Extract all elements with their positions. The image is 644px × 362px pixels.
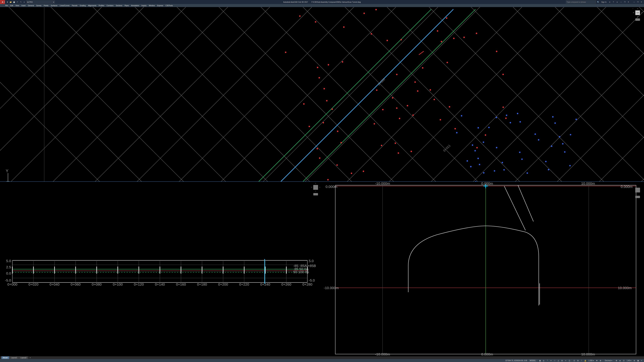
menu-surfaces[interactable]: Surfaces <box>50 5 58 7</box>
tab-model[interactable]: Model <box>1 356 9 359</box>
annotation-monitor-icon[interactable]: ⟟ <box>580 359 583 362</box>
menu-file[interactable]: File <box>4 5 9 7</box>
otrack-toggle-icon[interactable]: ∠ <box>557 359 560 362</box>
app-maximize-button[interactable]: ❐ <box>636 1 640 4</box>
menu-edit[interactable]: Edit <box>9 5 14 7</box>
svg-text:0+000: 0+000 <box>7 282 17 286</box>
viewcube-home-icon[interactable]: ⌂ <box>632 8 633 9</box>
quickprops-icon[interactable]: ⊡ <box>572 359 576 362</box>
hardware-accel-icon[interactable]: ⊡ <box>622 359 626 362</box>
svg-text:0+180: 0+180 <box>197 282 207 286</box>
help-dropdown-icon[interactable]: ▾ <box>616 1 618 4</box>
menu-linescurves[interactable]: Lines/Curves <box>58 5 71 7</box>
menu-corridors[interactable]: Corridors <box>106 5 115 7</box>
viewcube-face[interactable] <box>313 185 318 190</box>
viewcube-face[interactable]: TOP <box>635 11 640 15</box>
doc-maximize-button[interactable]: ❐ <box>623 1 626 4</box>
workspace-switch-icon[interactable]: ✿ <box>615 359 618 362</box>
search-input[interactable]: Type a keyword or phrase <box>566 1 596 4</box>
profile-viewport[interactable]: 0+0000+0200+0400+0600+0800+1000+1200+140… <box>0 182 322 356</box>
app-menu-button[interactable]: A <box>0 0 5 4</box>
autoscale-lock-icon[interactable]: 🔒 <box>584 359 587 362</box>
app-close-button[interactable]: ✕ <box>640 1 643 4</box>
menu-express[interactable]: Express <box>156 5 164 7</box>
osnap-toggle-icon[interactable]: □ <box>553 359 556 362</box>
menu-insert[interactable]: Insert <box>20 5 27 7</box>
viewcube-e[interactable]: E <box>320 187 320 188</box>
workspace-selector[interactable]: ✿ PKS ▾ <box>26 1 55 4</box>
doc-close-button[interactable]: ✕ <box>626 1 630 4</box>
menu-inquiry[interactable]: Inquiry <box>140 5 148 7</box>
menu-view[interactable]: View <box>14 5 20 7</box>
qat-undo-icon[interactable]: ↶ <box>16 1 19 3</box>
clean-screen-icon[interactable]: ▣ <box>636 359 640 362</box>
viewcube-n[interactable]: N <box>637 8 638 10</box>
plan-viewport[interactable]: 0+000 0+011 Y X ⌂ N S E W TOP <box>0 7 644 182</box>
viewcube-face[interactable] <box>635 188 640 193</box>
menu-sections[interactable]: Sections <box>115 5 123 7</box>
ortho-toggle-icon[interactable]: └ <box>546 359 549 362</box>
svg-point-56 <box>342 61 343 63</box>
qat-open-icon[interactable]: 📂 <box>9 1 12 3</box>
dyn-input-icon[interactable]: ⊞ <box>560 359 564 362</box>
menu-points[interactable]: Points <box>43 5 50 7</box>
viewcube-s[interactable]: S <box>637 16 638 18</box>
grid-toggle-icon[interactable]: ▦ <box>538 359 542 362</box>
sign-in-button[interactable]: Sign In <box>600 1 608 3</box>
snap-toggle-icon[interactable]: ◎ <box>542 359 545 362</box>
viewcube-n[interactable]: N <box>315 183 316 184</box>
menu-alignments[interactable]: Alignments <box>87 5 98 7</box>
svg-line-39 <box>281 9 454 182</box>
polar-toggle-icon[interactable]: ✶ <box>549 359 552 362</box>
viewcube-s[interactable]: S <box>315 191 316 192</box>
viewcube-profile[interactable]: N S E W <box>311 183 320 196</box>
svg-text:0+160: 0+160 <box>176 282 186 286</box>
viewcube-menu-icon[interactable] <box>635 196 640 198</box>
selection-cycling-icon[interactable]: ⊞ <box>576 359 580 362</box>
qat-dropdown-icon[interactable]: ▾ <box>23 1 26 3</box>
doc-minimize-button[interactable]: — <box>619 1 623 4</box>
menu-survey[interactable]: Survey <box>35 5 42 7</box>
annoscale-add-icon[interactable]: ✚ <box>595 359 598 362</box>
menu-profiles[interactable]: Profiles <box>98 5 106 7</box>
qat-redo-icon[interactable]: ↷ <box>20 1 22 3</box>
isolate-objects-icon[interactable]: ⊕ <box>632 359 636 362</box>
text-size-selector[interactable]: 1.40▾ <box>626 359 632 362</box>
tab-layout1[interactable]: Layout1 <box>9 356 19 359</box>
customize-icon[interactable]: ≡ <box>640 359 643 362</box>
menu-c3dtools[interactable]: C3DTools <box>164 5 174 7</box>
menu-annotation[interactable]: Annotation <box>130 5 140 7</box>
tab-layout2[interactable]: Layout2 <box>19 356 28 359</box>
menu-grading[interactable]: Grading <box>79 5 87 7</box>
lineweight-icon[interactable]: ≡ <box>564 359 567 362</box>
add-layout-button[interactable]: + <box>29 356 32 359</box>
viewcube-e[interactable]: E <box>642 12 642 14</box>
qat-new-icon[interactable]: ✚ <box>6 1 9 3</box>
menu-general[interactable]: General <box>27 5 35 7</box>
menu-window[interactable]: Window <box>148 5 156 7</box>
viewcube-section[interactable] <box>633 185 642 198</box>
search-go-icon[interactable]: 🔍 <box>597 1 600 4</box>
svg-point-88 <box>340 142 342 143</box>
svg-line-21 <box>301 7 566 182</box>
exchange-apps-icon[interactable]: ✕ <box>608 1 611 4</box>
menu-pipes[interactable]: Pipes <box>123 5 130 7</box>
isodraft-icon[interactable]: ◈ <box>618 359 622 362</box>
transparency-icon[interactable]: ◫ <box>568 359 571 362</box>
viewcube-menu-icon[interactable] <box>313 193 318 196</box>
menu-bar: File Edit View Insert General Survey Poi… <box>0 4 644 7</box>
menu-parcels[interactable]: Parcels <box>71 5 78 7</box>
units-selector[interactable]: Decimal▾ <box>604 359 613 362</box>
annoscale-gear-icon[interactable]: ✿ <box>599 359 602 362</box>
section-viewport[interactable]: 0.000m 0.000m -10.000m 10.000m -10.000m … <box>322 182 644 356</box>
viewcube-plan[interactable]: ⌂ N S E W TOP <box>633 8 642 21</box>
viewcube-menu-icon[interactable] <box>635 19 640 21</box>
app-minimize-button[interactable]: — <box>632 1 636 4</box>
help-icon[interactable]: ? <box>612 1 615 4</box>
annotation-scale-selector[interactable]: 1:200▾ <box>587 359 595 362</box>
viewcube-w[interactable]: W <box>311 187 312 188</box>
svg-point-105 <box>496 117 497 118</box>
qat-save-icon[interactable]: 💾 <box>13 1 16 3</box>
viewcube-w[interactable]: W <box>633 12 634 14</box>
model-space-toggle[interactable]: MODEL <box>529 359 537 362</box>
